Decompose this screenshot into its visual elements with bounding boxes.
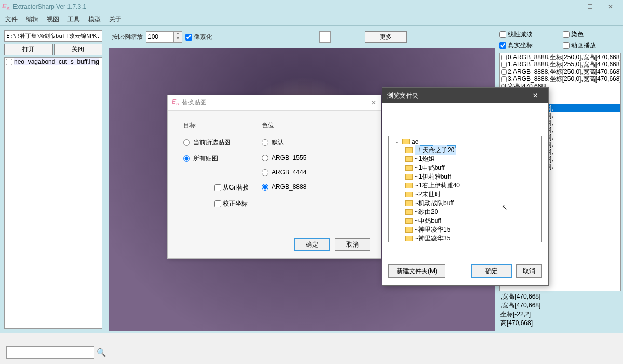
replace-dialog-title: 替换贴图 xyxy=(182,98,207,107)
spin-up-icon[interactable]: ▲ xyxy=(174,32,182,37)
file-checkbox[interactable] xyxy=(6,59,12,65)
folder-icon xyxy=(405,165,413,171)
tree-item[interactable]: ~1炮姐 xyxy=(390,155,540,164)
tree-item[interactable]: ~神里凌华15 xyxy=(390,225,540,234)
folder-icon xyxy=(405,209,413,215)
search-icon[interactable]: 🔍 xyxy=(94,346,108,359)
tree-item[interactable]: ~1伊莉雅buff xyxy=(390,172,540,181)
tree-item[interactable]: ~1右上伊莉雅40 xyxy=(390,181,540,190)
minimize-button[interactable]: ─ xyxy=(559,0,579,14)
close-file-button[interactable]: 关闭 xyxy=(54,44,103,55)
pixelate-checkbox[interactable]: 像素化 xyxy=(185,33,212,42)
menu-model[interactable]: 模型 xyxy=(88,15,101,24)
tree-item[interactable]: ！天命之子20 xyxy=(390,146,540,155)
spin-down-icon[interactable]: ▼ xyxy=(174,37,182,42)
tree-item[interactable]: ~机动战队buff xyxy=(390,199,540,208)
folder-tree[interactable]: ⌄ ae ！天命之子20 ~1炮姐 ~1申鹤buff ~1伊莉雅buff ~1右… xyxy=(388,136,542,242)
file-name: neo_vagabond_cut_s_buff.img xyxy=(14,58,99,65)
scale-input[interactable] xyxy=(146,32,173,42)
file-list[interactable]: neo_vagabond_cut_s_buff.img xyxy=(4,57,102,329)
scale-spinner[interactable]: ▲▼ xyxy=(146,31,182,43)
dialog-close-icon[interactable]: ✕ xyxy=(371,99,376,106)
color-picker[interactable] xyxy=(319,31,331,43)
target-current-radio[interactable]: 当前所选贴图 xyxy=(183,138,231,147)
fix-coord-checkbox[interactable]: 校正坐标 xyxy=(214,199,249,208)
replace-dialog: ES 替换贴图 ─✕ 目标 当前所选贴图 所有贴图 色位 默认 ARGB_155… xyxy=(167,95,381,259)
folder-icon xyxy=(405,200,413,206)
replace-dialog-titlebar[interactable]: ES 替换贴图 ─✕ xyxy=(168,95,381,111)
extra-info: ,宽高[470,668] ,宽高[470,668] 坐标[-22,2] 高[47… xyxy=(499,291,621,329)
scale-label: 按比例缩放 xyxy=(112,33,143,42)
app-icon: ES xyxy=(172,98,179,106)
from-gif-checkbox[interactable]: 从Gif替换 xyxy=(214,183,249,192)
app-icon: ES xyxy=(2,2,10,11)
menu-edit[interactable]: 编辑 xyxy=(26,15,38,24)
folder-icon xyxy=(405,156,413,162)
close-button[interactable]: ✕ xyxy=(600,0,621,14)
bottom-bar: 🔍 xyxy=(6,346,108,359)
tree-item[interactable]: ~纱由20 xyxy=(390,208,540,217)
app-title: ExtractorSharp Ver 1.7.3.1 xyxy=(13,3,86,10)
menubar: 文件 编辑 视图 工具 模型 关于 xyxy=(0,14,623,26)
folder-icon xyxy=(402,139,410,144)
titlebar: ES ExtractorSharp Ver 1.7.3.1 ─ ☐ ✕ xyxy=(0,0,623,14)
left-panel: 打开 关闭 neo_vagabond_cut_s_buff.img xyxy=(0,26,106,333)
tree-item[interactable]: ~申鹤buff xyxy=(390,217,540,225)
tree-item[interactable]: ~1申鹤buff xyxy=(390,164,540,172)
browse-dialog: 浏览文件夹 ✕ ⌄ ae ！天命之子20 ~1炮姐 ~1申鹤buff ~1伊莉雅… xyxy=(382,87,549,286)
linear-dim-checkbox[interactable]: 线性减淡 xyxy=(499,30,558,39)
browse-close-icon[interactable]: ✕ xyxy=(527,92,543,99)
target-all-radio[interactable]: 所有贴图 xyxy=(183,154,231,163)
folder-icon xyxy=(405,236,413,241)
menu-about[interactable]: 关于 xyxy=(109,15,121,24)
bits-default-radio[interactable]: 默认 xyxy=(262,138,306,147)
search-input[interactable] xyxy=(6,346,94,359)
maximize-button[interactable]: ☐ xyxy=(579,0,600,14)
browse-dialog-titlebar[interactable]: 浏览文件夹 ✕ xyxy=(382,88,548,103)
replace-ok-button[interactable]: 确定 xyxy=(294,238,330,251)
bits-group-label: 色位 xyxy=(262,121,306,130)
more-button[interactable]: 更多 xyxy=(365,31,407,43)
folder-icon xyxy=(405,227,413,233)
folder-icon xyxy=(405,183,413,188)
browse-dialog-title: 浏览文件夹 xyxy=(387,91,418,100)
dye-checkbox[interactable]: 染色 xyxy=(563,30,621,39)
anim-play-checkbox[interactable]: 动画播放 xyxy=(563,41,621,50)
new-folder-button[interactable]: 新建文件夹(M) xyxy=(388,264,445,278)
file-list-item[interactable]: neo_vagabond_cut_s_buff.img xyxy=(5,58,102,66)
replace-cancel-button[interactable]: 取消 xyxy=(335,238,370,251)
browse-ok-button[interactable]: 确定 xyxy=(471,264,512,278)
dialog-minimize-icon[interactable]: ─ xyxy=(358,99,363,106)
browse-cancel-button[interactable]: 取消 xyxy=(516,264,542,278)
chevron-down-icon[interactable]: ⌄ xyxy=(395,139,400,144)
menu-file[interactable]: 文件 xyxy=(5,15,18,24)
folder-icon xyxy=(405,218,413,224)
real-coord-checkbox[interactable]: 真实坐标 xyxy=(499,41,558,50)
path-input[interactable] xyxy=(4,30,102,42)
menu-view[interactable]: 视图 xyxy=(47,15,59,24)
folder-icon xyxy=(405,174,413,180)
tree-item[interactable]: ~2末世时 xyxy=(390,190,540,199)
bits-8888-radio[interactable]: ARGB_8888 xyxy=(262,183,306,191)
bits-1555-radio[interactable]: ARGB_1555 xyxy=(262,154,306,161)
folder-icon xyxy=(405,192,413,197)
open-button[interactable]: 打开 xyxy=(4,44,53,55)
tree-item[interactable]: ~神里凌华35 xyxy=(390,234,540,242)
bits-4444-radio[interactable]: ARGB_4444 xyxy=(262,169,306,176)
center-toolbar: 按比例缩放 ▲▼ 像素化 更多 xyxy=(106,26,497,48)
target-group-label: 目标 xyxy=(183,121,231,130)
menu-tools[interactable]: 工具 xyxy=(67,15,80,24)
folder-icon xyxy=(405,147,413,153)
tree-root[interactable]: ⌄ ae xyxy=(390,137,540,146)
